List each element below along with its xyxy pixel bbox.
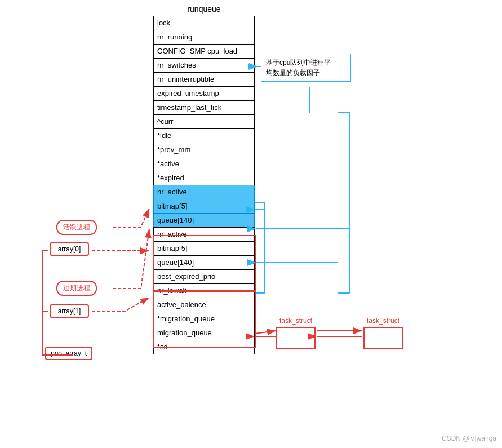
rq-row-4: nr_uninterruptible [153,72,255,86]
array0-box: array[0] [50,242,89,256]
task-struct-2-box [363,327,403,349]
runqueue-title: runqueue [153,5,255,14]
runqueue-table: locknr_runningCONFIG_SMP cpu_loadnr_swit… [153,16,255,354]
task-struct-2: task_struct [363,317,403,349]
task-struct-1: task_struct [276,317,316,349]
rq-row-16: bitmap[5] [153,241,255,255]
rq-row-17: queue[140] [153,255,255,269]
rq-row-14: queue[140] [153,213,255,227]
blue-annotation: 基于cpu队列中进程平均数量的负载因子 [261,54,351,82]
prio-array-box: prio_array_t [45,347,92,360]
array0-label: array[0] [50,242,89,256]
watermark: CSDN @∨|wanga [442,434,496,442]
rq-row-11: *expired [153,171,255,185]
active-process-bubble: 活跃进程 [56,220,97,235]
rq-row-12: nr_active [153,185,255,199]
blue-annotation-text: 基于cpu队列中进程平均数量的负载因子 [266,59,331,77]
rq-row-3: nr_switches [153,58,255,72]
task-struct-2-label: task_struct [363,317,403,325]
rq-row-7: ^curr [153,114,255,128]
rq-row-5: expired_timestamp [153,86,255,100]
rq-row-23: *sd [153,340,255,354]
rq-row-20: active_balence [153,298,255,312]
main-container: runqueue locknr_runningCONFIG_SMP cpu_lo… [0,0,502,448]
array1-label: array[1] [50,304,89,318]
rq-row-8: *idle [153,128,255,143]
task-struct-1-label: task_struct [276,317,316,325]
rq-row-15: nr_active [153,227,255,241]
rq-row-13: bitmap[5] [153,199,255,213]
rq-row-10: *active [153,157,255,171]
rq-row-2: CONFIG_SMP cpu_load [153,44,255,58]
rq-row-18: best_expired_prio [153,269,255,283]
rq-row-9: *prev_mm [153,143,255,157]
rq-row-19: nr_iowait [153,283,255,298]
rq-row-21: *migration_queue [153,312,255,326]
rq-row-22: migration_queue [153,326,255,340]
active-process-label: 活跃进程 [56,220,97,235]
expired-process-label: 过期进程 [56,281,97,296]
prio-array-label: prio_array_t [45,347,92,360]
task-struct-1-box [276,327,316,349]
array1-box: array[1] [50,304,89,318]
expired-process-bubble: 过期进程 [56,281,97,296]
rq-row-6: timestamp_last_tick [153,100,255,114]
rq-row-0: lock [153,16,255,30]
rq-row-1: nr_running [153,30,255,44]
